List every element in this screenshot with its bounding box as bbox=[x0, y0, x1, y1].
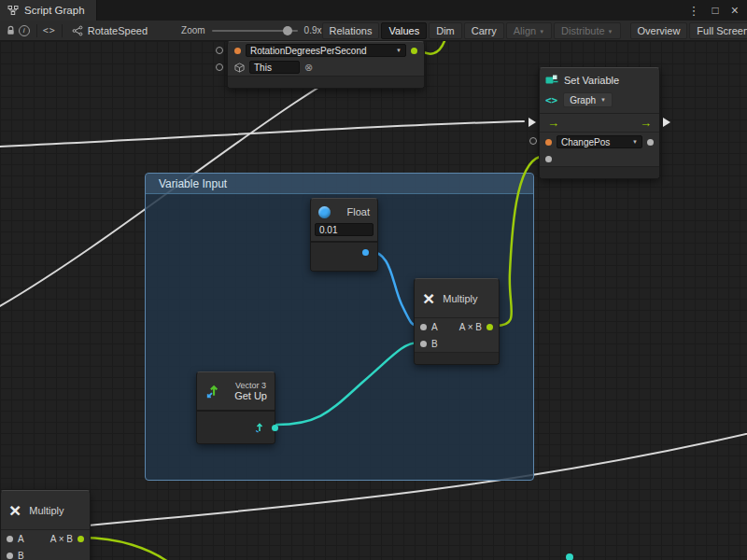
script-graph-window: Script Graph ⋮ □ × i <> RotateSpeed Zoom bbox=[0, 0, 747, 560]
scope-dropdown[interactable]: Graph ▼ bbox=[563, 92, 613, 107]
node-multiply-2[interactable]: × Multiply A A × B B bbox=[0, 490, 91, 560]
toolbar-separator bbox=[36, 24, 37, 37]
flow-wire[interactable] bbox=[0, 121, 524, 147]
window-menu-icon[interactable]: ⋮ bbox=[688, 5, 700, 17]
relations-button[interactable]: Relations bbox=[322, 22, 380, 39]
dim-button[interactable]: Dim bbox=[429, 22, 462, 39]
set-variable-icon bbox=[545, 75, 558, 86]
flow-in-icon[interactable]: → bbox=[547, 117, 559, 129]
full-screen-button[interactable]: Full Screen bbox=[689, 22, 747, 39]
output-port[interactable] bbox=[272, 425, 278, 431]
output-port[interactable] bbox=[78, 536, 84, 542]
input-port-b[interactable] bbox=[420, 341, 427, 347]
overview-button[interactable]: Overview bbox=[630, 22, 688, 39]
variable-name: RotationDegreesPerSecond bbox=[250, 46, 367, 56]
node-float-literal[interactable]: Float 0.01 bbox=[310, 198, 378, 272]
flow-port-row: → → bbox=[540, 114, 659, 133]
node-header: × Multiply bbox=[1, 491, 90, 530]
toolbar-buttons: Relations Values Dim Carry Align▼ Distri… bbox=[322, 22, 747, 39]
chevron-down-icon: ▼ bbox=[396, 48, 402, 53]
node-type-label: Vector 3 bbox=[235, 381, 266, 390]
zoom-slider[interactable] bbox=[212, 30, 298, 32]
node-footer bbox=[540, 166, 659, 178]
distribute-button[interactable]: Distribute▼ bbox=[554, 22, 620, 39]
input-port-a[interactable] bbox=[7, 536, 13, 542]
tab-script-graph[interactable]: Script Graph bbox=[0, 0, 97, 21]
node-footer bbox=[415, 352, 499, 364]
info-icon[interactable]: i bbox=[17, 25, 30, 36]
window-controls: ⋮ □ × bbox=[688, 4, 747, 17]
port-a-label: A bbox=[18, 534, 24, 544]
group-title: Variable Input bbox=[159, 177, 227, 190]
graph-reference[interactable]: RotateSpeed bbox=[72, 25, 148, 36]
node-title: Set Variable bbox=[564, 75, 619, 86]
graph-asset-icon bbox=[72, 25, 83, 36]
node-header: Float bbox=[311, 199, 377, 223]
vector3-up-icon bbox=[204, 384, 220, 399]
graph-canvas[interactable]: Variable Input RotationDegreesPerSecond … bbox=[0, 41, 747, 560]
input-port-b[interactable] bbox=[7, 553, 13, 559]
node-header: Vector 3 Get Up bbox=[197, 372, 275, 410]
input-port[interactable] bbox=[529, 137, 537, 145]
output-port[interactable] bbox=[647, 139, 654, 146]
node-title: Multiply bbox=[443, 293, 477, 304]
multiply-icon: × bbox=[9, 500, 21, 520]
node-multiply[interactable]: × Multiply A A × B B bbox=[414, 278, 500, 365]
flow-out-icon[interactable]: → bbox=[640, 117, 652, 129]
window-titlebar: Script Graph ⋮ □ × bbox=[0, 0, 747, 21]
value-input-port[interactable] bbox=[545, 156, 552, 162]
input-port[interactable] bbox=[216, 47, 223, 54]
maximize-icon[interactable]: □ bbox=[712, 5, 719, 16]
script-graph-icon bbox=[7, 5, 19, 16]
variable-name-dropdown[interactable]: RotationDegreesPerSecond ▼ bbox=[246, 44, 406, 57]
flow-input-arrow[interactable] bbox=[529, 118, 536, 127]
zoom-label: Zoom bbox=[181, 25, 205, 35]
float-value-input[interactable]: 0.01 bbox=[315, 223, 374, 236]
lock-icon[interactable] bbox=[4, 25, 17, 36]
wire-endpoint-dot[interactable] bbox=[566, 553, 573, 560]
target-object-label: This bbox=[254, 63, 272, 73]
output-label: A × B bbox=[459, 322, 482, 332]
port-b-label: B bbox=[431, 339, 438, 349]
object-picker-icon[interactable]: ⊗ bbox=[304, 63, 313, 73]
values-button[interactable]: Values bbox=[381, 22, 427, 39]
close-icon[interactable]: × bbox=[731, 4, 739, 17]
input-port[interactable] bbox=[216, 63, 223, 71]
output-port[interactable] bbox=[411, 48, 417, 54]
target-object-field[interactable]: This bbox=[249, 61, 300, 74]
zoom-slider-handle[interactable] bbox=[283, 26, 292, 35]
node-header: × Multiply bbox=[415, 279, 499, 318]
gameobject-cube-icon bbox=[234, 63, 245, 73]
port-a-label: A bbox=[431, 322, 438, 332]
node-get-variable[interactable]: RotationDegreesPerSecond ▼ This ⊗ bbox=[227, 41, 425, 89]
port-section bbox=[197, 410, 275, 443]
port-section bbox=[311, 241, 377, 271]
code-view-icon[interactable]: <> bbox=[43, 25, 56, 35]
graph-asset-name: RotateSpeed bbox=[88, 25, 148, 36]
flow-output-arrow[interactable] bbox=[663, 118, 670, 127]
zoom-value: 0.9x bbox=[304, 25, 322, 35]
node-title: Float bbox=[347, 206, 370, 217]
align-button[interactable]: Align▼ bbox=[506, 22, 552, 39]
node-vector3-get-up[interactable]: Vector 3 Get Up bbox=[196, 371, 275, 444]
float-type-icon bbox=[318, 206, 331, 218]
chevron-down-icon: ▼ bbox=[600, 97, 606, 103]
chevron-down-icon: ▼ bbox=[608, 29, 613, 35]
output-port[interactable] bbox=[486, 324, 493, 330]
variable-name-dropdown[interactable]: ChangePos ▼ bbox=[557, 135, 642, 148]
input-port-a[interactable] bbox=[420, 324, 427, 330]
group-header[interactable]: Variable Input bbox=[146, 174, 533, 194]
tab-title: Script Graph bbox=[24, 5, 85, 16]
variable-port-icon[interactable] bbox=[545, 139, 552, 146]
node-footer bbox=[228, 76, 424, 88]
carry-button[interactable]: Carry bbox=[464, 22, 504, 39]
toolbar-separator bbox=[62, 24, 63, 37]
output-port[interactable] bbox=[362, 249, 369, 256]
scope-label: Graph bbox=[570, 95, 596, 105]
variable-port-icon[interactable] bbox=[234, 48, 241, 54]
value-wire-lime[interactable] bbox=[82, 538, 168, 560]
node-set-variable[interactable]: Set Variable <> Graph ▼ → → ChangePos bbox=[539, 67, 660, 179]
chevron-down-icon: ▼ bbox=[632, 139, 638, 145]
node-title: Multiply bbox=[29, 505, 63, 516]
output-label: A × B bbox=[50, 534, 73, 544]
